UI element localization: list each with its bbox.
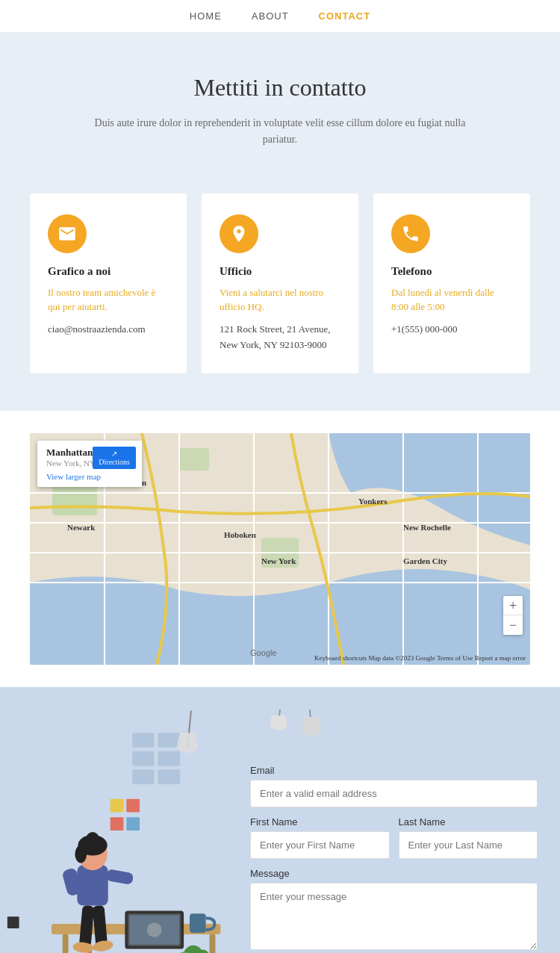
card-email-title: Grafico a noi — [48, 265, 169, 278]
directions-label: Directions — [99, 458, 130, 466]
card-email-subtitle: Il nostro team amichevole è qui per aiut… — [48, 285, 169, 314]
svg-rect-26 — [158, 751, 181, 766]
location-icon-wrapper — [220, 214, 258, 253]
message-field-group: Message — [250, 868, 538, 953]
svg-rect-33 — [7, 917, 19, 929]
svg-rect-28 — [158, 770, 181, 785]
card-email: Grafico a noi Il nostro team amichevole … — [30, 193, 187, 374]
map-container[interactable]: New York Hoboken Newark Yonkers New Roch… — [30, 433, 530, 665]
svg-rect-53 — [190, 914, 206, 934]
card-phone-subtitle: Dal lunedì al venerdì dalle 8:00 alle 5:… — [391, 285, 512, 314]
svg-rect-24 — [158, 733, 181, 748]
card-phone-detail: +1(555) 000-000 — [391, 322, 512, 338]
contact-section: Email First Name Last Name Message FARE … — [0, 687, 560, 953]
contact-form-area: Email First Name Last Name Message FARE … — [235, 687, 560, 953]
map-zoom-out[interactable]: − — [503, 615, 523, 635]
svg-rect-27 — [132, 770, 155, 785]
svg-rect-42 — [77, 866, 108, 906]
map-zoom-in[interactable]: + — [503, 596, 523, 615]
svg-rect-30 — [126, 799, 140, 813]
card-location-subtitle: Vieni a salutarci nel nostro ufficio HQ. — [220, 285, 340, 314]
card-email-detail: ciao@nostraazienda.com — [48, 322, 169, 338]
svg-rect-29 — [111, 799, 124, 813]
first-name-label: First Name — [250, 816, 390, 828]
message-input[interactable] — [250, 883, 538, 950]
svg-rect-40 — [210, 934, 216, 953]
email-label: Email — [250, 765, 538, 776]
illustration-container — [0, 687, 235, 953]
svg-rect-31 — [111, 818, 124, 831]
svg-rect-23 — [132, 733, 155, 748]
nav-contact[interactable]: CONTACT — [319, 10, 371, 22]
card-location-detail: 121 Rock Street, 21 Avenue,New York, NY … — [220, 322, 340, 353]
svg-rect-25 — [132, 751, 155, 766]
svg-point-46 — [86, 832, 99, 845]
svg-text:Hoboken: Hoboken — [224, 530, 256, 539]
cards-container: Grafico a noi Il nostro team amichevole … — [30, 193, 530, 374]
nav-about[interactable]: ABOUT — [252, 10, 289, 22]
svg-text:Newark: Newark — [67, 523, 96, 532]
nav-home[interactable]: HOME — [190, 10, 222, 22]
email-icon-wrapper — [48, 214, 87, 253]
navigation: HOME ABOUT CONTACT — [0, 0, 560, 33]
cards-section: Grafico a noi Il nostro team amichevole … — [0, 179, 560, 412]
first-name-field-group: First Name — [250, 816, 390, 859]
svg-text:Google: Google — [250, 648, 276, 657]
svg-text:Garden City: Garden City — [403, 556, 447, 565]
card-location: Ufficio Vieni a salutarci nel nostro uff… — [202, 193, 358, 374]
svg-rect-39 — [63, 934, 69, 953]
card-phone: Telefono Dal lunedì al venerdì dalle 8:0… — [373, 193, 530, 374]
phone-icon — [401, 224, 420, 243]
map-view-larger[interactable]: View larger map — [46, 472, 133, 481]
svg-text:New Rochelle: New Rochelle — [403, 523, 451, 532]
last-name-field-group: Last Name — [399, 816, 538, 859]
location-icon — [229, 224, 249, 243]
card-location-title: Ufficio — [220, 265, 340, 278]
map-zoom-controls: + − — [503, 596, 523, 635]
form-decorative-row — [250, 710, 538, 754]
phone-icon-wrapper — [391, 214, 430, 253]
map-popup: Manhattan New York, NY, USA ↗ Directions… — [37, 441, 142, 487]
name-row: First Name Last Name — [250, 816, 538, 868]
map-section: New York Hoboken Newark Yonkers New Roch… — [0, 411, 560, 687]
map-credits: Keyboard shortcuts Map data ©2023 Google… — [314, 654, 526, 662]
email-field-group: Email — [250, 765, 538, 807]
email-icon — [57, 224, 77, 243]
first-name-input[interactable] — [250, 831, 390, 859]
map-directions-button[interactable]: ↗ Directions — [93, 447, 136, 469]
svg-point-45 — [75, 845, 87, 863]
svg-text:Yonkers: Yonkers — [358, 497, 388, 506]
page-title: Mettiti in contatto — [60, 74, 500, 102]
lamp-illustration — [250, 710, 340, 754]
svg-point-52 — [147, 923, 162, 938]
message-label: Message — [250, 868, 538, 879]
svg-rect-32 — [126, 818, 140, 831]
card-phone-title: Telefono — [391, 265, 512, 278]
svg-rect-2 — [179, 448, 209, 471]
contact-illustration — [0, 687, 235, 953]
hero-subtitle: Duis aute irure dolor in reprehenderit i… — [93, 115, 467, 149]
email-input[interactable] — [250, 780, 538, 807]
hero-section: Mettiti in contatto Duis aute irure dolo… — [0, 33, 560, 179]
directions-icon: ↗ — [111, 450, 117, 458]
illustration-svg — [0, 687, 235, 953]
last-name-input[interactable] — [399, 831, 538, 859]
svg-text:New York: New York — [261, 556, 296, 565]
last-name-label: Last Name — [399, 816, 538, 828]
